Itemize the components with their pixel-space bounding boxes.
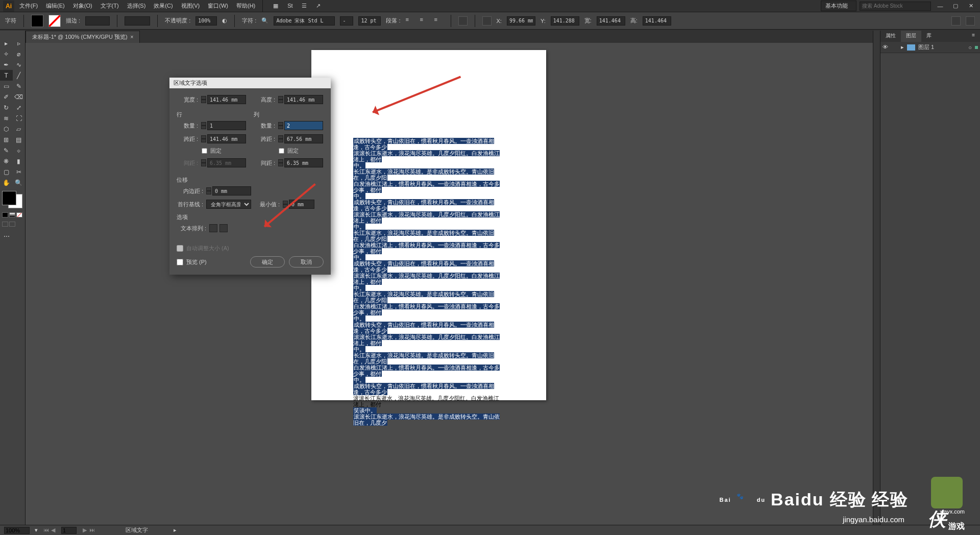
align-to-icon[interactable] — [482, 16, 492, 26]
align-left-icon[interactable]: ≡ — [406, 16, 415, 26]
panel-menu-icon[interactable] — [966, 16, 975, 26]
rotate-tool[interactable]: ↻ — [0, 102, 13, 113]
x-input[interactable] — [507, 16, 535, 26]
hand-tool[interactable]: ✋ — [0, 177, 13, 188]
direct-selection-tool[interactable]: ▹ — [13, 38, 26, 48]
shaper-tool[interactable]: ✐ — [0, 91, 13, 102]
tab-properties[interactable]: 属性 — [880, 31, 901, 42]
rectangle-tool[interactable]: ▭ — [0, 81, 13, 91]
prefs-icon[interactable] — [951, 16, 961, 26]
search-input[interactable] — [860, 2, 931, 11]
opacity-input[interactable] — [195, 16, 217, 26]
rows-count-input[interactable] — [207, 121, 246, 130]
transform-anchor-icon[interactable] — [458, 16, 468, 26]
font-size-input[interactable] — [358, 16, 381, 26]
expand-icon[interactable]: ▸ — [901, 44, 904, 51]
align-center-icon[interactable]: ≡ — [420, 16, 429, 26]
artboard-nav[interactable]: ⏮◀ — [43, 527, 56, 533]
canvas-area[interactable]: 成败转头空，青山依旧在，惯看秋月春风。一壶浊酒喜相逢，古今多少滚滚长江东逝水，浪… — [26, 43, 880, 525]
stroke-weight-input[interactable] — [85, 16, 110, 26]
right-panel-strip[interactable] — [873, 31, 880, 525]
fill-swatch[interactable] — [31, 15, 43, 27]
panel-menu-icon[interactable]: ≡ — [967, 31, 980, 42]
flow-horizontal-icon[interactable] — [209, 224, 217, 232]
eyedropper-tool[interactable]: ✎ — [0, 145, 13, 156]
menu-item[interactable]: 窗口(W) — [204, 1, 232, 11]
preview-checkbox[interactable] — [177, 259, 183, 265]
document-tab[interactable]: 未标题-1* @ 100% (CMYK/GPU 预览) × — [26, 31, 140, 43]
selection-tool[interactable]: ▸ — [0, 38, 13, 48]
close-tab-icon[interactable]: × — [131, 34, 134, 40]
area-text-frame[interactable]: 成败转头空，青山依旧在，惯看秋月春风。一壶浊酒喜相逢，古今多少滚滚长江东逝水，浪… — [353, 138, 502, 426]
rows-span-input[interactable] — [207, 134, 246, 143]
menu-item[interactable]: 帮助(H) — [232, 1, 259, 11]
fill-stroke-swap[interactable] — [2, 191, 22, 208]
eraser-tool[interactable]: ⌫ — [13, 91, 26, 102]
find-font-icon[interactable]: 🔍 — [261, 17, 268, 24]
slice-tool[interactable]: ✂ — [13, 166, 26, 177]
artboard-index-input[interactable] — [61, 527, 77, 534]
cols-fixed-checkbox[interactable] — [279, 148, 284, 154]
gradient-tool[interactable]: ▤ — [13, 134, 26, 145]
paintbrush-tool[interactable]: ✎ — [13, 81, 26, 91]
scale-tool[interactable]: ⤢ — [13, 102, 26, 113]
y-input[interactable] — [551, 16, 579, 26]
zoom-input[interactable] — [4, 527, 30, 534]
h-input[interactable] — [643, 16, 671, 26]
zoom-tool[interactable]: 🔍 — [13, 177, 26, 188]
target-icon[interactable]: ○ — [968, 44, 972, 51]
recolor-icon[interactable]: ◐ — [222, 17, 227, 24]
lasso-tool[interactable]: ⌀ — [13, 48, 26, 59]
stock-icon[interactable]: St — [287, 3, 295, 10]
curvature-tool[interactable]: ∿ — [13, 59, 26, 70]
cols-gutter-input[interactable] — [284, 158, 323, 167]
artboard-nav-fwd[interactable]: ▶⏭ — [82, 527, 95, 533]
tab-libraries[interactable]: 库 — [921, 31, 937, 42]
foreground-color[interactable] — [2, 191, 16, 205]
free-transform-tool[interactable]: ⛶ — [13, 113, 26, 124]
graph-tool[interactable]: ▮ — [13, 156, 26, 166]
cols-count-input[interactable] — [284, 121, 323, 130]
menu-item[interactable]: 选择(S) — [123, 1, 150, 11]
width-tool[interactable]: ≋ — [0, 113, 13, 124]
font-style-input[interactable] — [340, 16, 353, 26]
flow-vertical-icon[interactable] — [219, 224, 228, 232]
align-right-icon[interactable]: ≡ — [434, 16, 444, 26]
shape-builder-tool[interactable]: ⬡ — [0, 124, 13, 134]
close-button[interactable]: ✕ — [965, 3, 977, 9]
brush-dropdown[interactable] — [125, 16, 150, 26]
bridge-icon[interactable]: ▦ — [273, 3, 280, 10]
screen-mode-full-icon[interactable] — [9, 222, 15, 227]
arrange-icon[interactable]: ☰ — [302, 3, 309, 10]
tab-layers[interactable]: 图层 — [901, 31, 921, 42]
blend-tool[interactable]: ⟐ — [13, 145, 26, 156]
menu-item[interactable]: 文字(T) — [96, 1, 123, 11]
visibility-icon[interactable]: 👁 — [883, 44, 890, 51]
inset-input[interactable] — [212, 186, 251, 196]
layer-name[interactable]: 图层 1 — [918, 43, 934, 51]
perspective-tool[interactable]: ▱ — [13, 124, 26, 134]
pen-tool[interactable]: ✒ — [0, 59, 13, 70]
magic-wand-tool[interactable]: ✧ — [0, 48, 13, 59]
mesh-tool[interactable]: ⊞ — [0, 134, 13, 145]
rows-fixed-checkbox[interactable] — [202, 148, 207, 154]
artboard-tool[interactable]: ▢ — [0, 166, 13, 177]
layer-row[interactable]: 👁 ▸ 图层 1 ○ — [880, 42, 980, 53]
menu-item[interactable]: 视图(V) — [177, 1, 204, 11]
line-tool[interactable]: ╱ — [13, 70, 26, 81]
menu-item[interactable]: 效果(C) — [150, 1, 177, 11]
width-input[interactable] — [207, 95, 246, 104]
menu-item[interactable]: 对象(O) — [69, 1, 96, 11]
cols-span-input[interactable] — [284, 134, 323, 143]
w-input[interactable] — [597, 16, 625, 26]
workspace-dropdown[interactable]: 基本功能 — [821, 1, 856, 11]
symbol-sprayer-tool[interactable]: ❋ — [0, 156, 13, 166]
menu-item[interactable]: 编辑(E) — [42, 1, 69, 11]
font-family-input[interactable] — [274, 16, 335, 26]
screen-mode-normal-icon[interactable] — [2, 222, 8, 227]
baseline-select[interactable]: 全角字框高度 — [206, 200, 251, 209]
cancel-button[interactable]: 取消 — [289, 256, 324, 268]
menu-item[interactable]: 文件(F) — [15, 1, 42, 11]
restore-button[interactable]: ▢ — [949, 3, 962, 9]
stroke-swatch[interactable] — [48, 15, 61, 27]
